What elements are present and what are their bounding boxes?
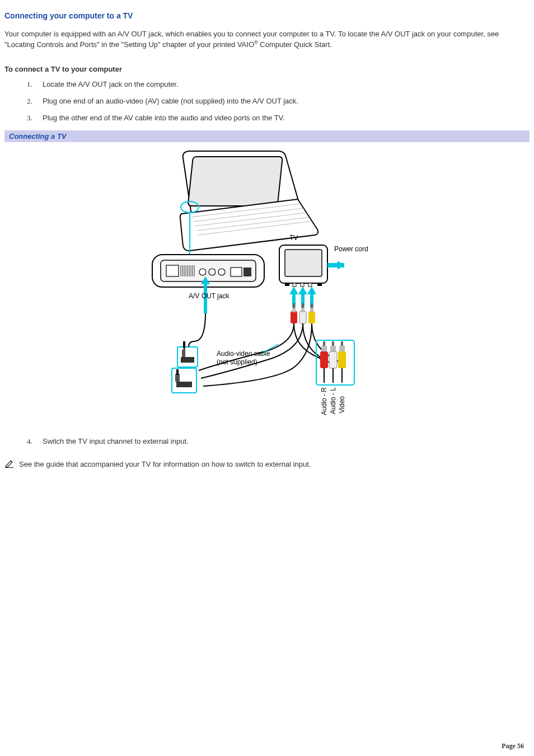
svg-rect-28	[181, 357, 194, 363]
svg-rect-32	[175, 374, 180, 382]
svg-rect-13	[231, 267, 242, 276]
page-title: Connecting your computer to a TV	[4, 11, 530, 20]
svg-rect-49	[291, 311, 297, 323]
svg-rect-64	[339, 346, 345, 351]
step-text: Locate the A/V OUT jack on the computer.	[43, 80, 530, 88]
svg-rect-14	[243, 267, 251, 276]
note-text: See the guide that accompanied your TV f…	[19, 460, 311, 468]
svg-rect-65	[320, 351, 328, 368]
list-item: 4. Switch the TV input channel to extern…	[4, 437, 530, 446]
svg-rect-66	[329, 351, 337, 368]
intro-paragraph: Your computer is equipped with an A/V OU…	[4, 29, 530, 49]
svg-rect-55	[308, 311, 315, 323]
svg-rect-57	[311, 303, 313, 308]
intro-text-post: Computer Quick Start.	[258, 40, 332, 49]
label-audio-r: Audio - R	[321, 387, 327, 415]
svg-rect-67	[338, 351, 346, 368]
list-item: 1. Locate the A/V OUT jack on the comput…	[4, 80, 530, 89]
label-power-cord: Power cord	[334, 245, 368, 253]
note: See the guide that accompanied your TV f…	[4, 459, 530, 468]
svg-rect-62	[321, 346, 327, 351]
svg-marker-44	[289, 287, 298, 294]
svg-rect-54	[302, 303, 304, 308]
svg-rect-63	[330, 346, 336, 351]
sub-heading: To connect a TV to your computer	[4, 65, 530, 73]
svg-rect-37	[317, 283, 322, 286]
step-text: Plug one end of an audio-video (AV) cabl…	[43, 97, 530, 105]
svg-rect-38	[293, 283, 296, 287]
diagram-svg	[149, 145, 385, 425]
svg-rect-33	[176, 369, 179, 375]
label-video: Video	[339, 396, 345, 413]
intro-text-pre: Your computer is equipped with an A/V OU…	[4, 30, 499, 49]
svg-rect-40	[308, 283, 312, 287]
svg-rect-36	[285, 283, 289, 286]
svg-rect-31	[176, 382, 192, 387]
svg-point-10	[199, 269, 206, 275]
step-text: Switch the TV input channel to external …	[43, 437, 530, 445]
label-av-out-jack: A/V OUT jack	[189, 292, 229, 300]
figure-container: TV Power cord A/V OUT jack Audio-video c…	[4, 145, 530, 427]
steps-list-b: 4. Switch the TV input channel to extern…	[4, 437, 530, 446]
step-number: 1.	[27, 80, 43, 89]
list-item: 2. Plug one end of an audio-video (AV) c…	[4, 97, 530, 106]
steps-list-a: 1. Locate the A/V OUT jack on the comput…	[4, 80, 530, 123]
svg-rect-29	[183, 341, 185, 348]
label-av-cable-line2: (not supplied)	[217, 358, 257, 366]
figure-caption: Connecting a TV	[4, 130, 530, 142]
step-number: 2.	[27, 97, 43, 106]
step-text: Plug the other end of the AV cable into …	[43, 114, 530, 122]
svg-marker-46	[298, 287, 307, 294]
svg-rect-39	[301, 283, 304, 287]
connection-diagram: TV Power cord A/V OUT jack Audio-video c…	[149, 145, 385, 425]
svg-rect-51	[293, 303, 295, 308]
svg-point-11	[209, 269, 216, 275]
svg-point-12	[218, 269, 225, 275]
svg-rect-35	[285, 250, 322, 276]
svg-marker-48	[307, 287, 316, 294]
svg-rect-52	[299, 311, 306, 323]
step-number: 4.	[27, 437, 43, 446]
label-av-cable-line1: Audio-video cable	[217, 350, 270, 358]
list-item: 3. Plug the other end of the AV cable in…	[4, 114, 530, 123]
registered-mark: ®	[254, 40, 258, 45]
svg-marker-42	[338, 261, 344, 270]
label-av-cable: Audio-video cable (not supplied)	[217, 350, 270, 366]
svg-rect-0	[188, 157, 283, 206]
svg-rect-15	[166, 265, 179, 276]
step-number: 3.	[27, 114, 43, 123]
note-icon	[4, 459, 16, 468]
label-audio-l: Audio - L	[330, 387, 336, 414]
label-tv: TV	[289, 234, 298, 242]
